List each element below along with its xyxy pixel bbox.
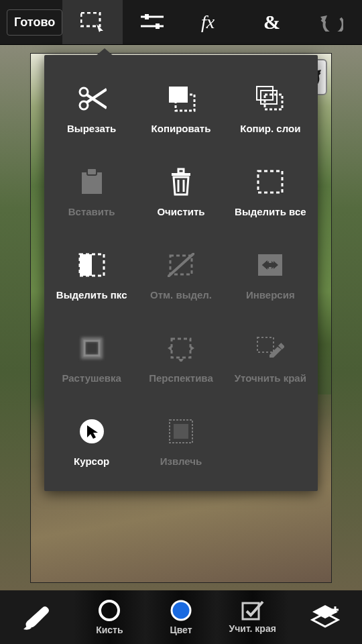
select-px-label: Выделить пкс [56, 289, 127, 301]
inverse-item[interactable]: Инверсия [226, 233, 315, 317]
circle-outline-icon [98, 599, 121, 622]
feather-icon [77, 333, 107, 363]
svg-text:fx: fx [201, 12, 215, 32]
svg-rect-14 [261, 91, 277, 104]
inverse-label: Инверсия [246, 289, 295, 301]
refine-edge-label: Уточнить край [235, 372, 306, 384]
clear-item[interactable]: Очистить [136, 150, 225, 233]
feather-label: Растушевка [62, 372, 121, 384]
undo-icon [320, 13, 343, 32]
edges-setting-label: Учит. края [229, 623, 276, 634]
svg-rect-31 [84, 341, 99, 356]
fx-icon: fx [201, 12, 224, 32]
svg-rect-40 [174, 424, 188, 439]
select-all-item[interactable]: Выделить все [226, 150, 315, 233]
svg-marker-33 [178, 359, 184, 362]
layers-icon [310, 604, 341, 631]
menu-grid: Вырезать Копировать Копир. слои [44, 55, 318, 491]
edges-setting-button[interactable]: Учит. края [217, 590, 288, 644]
select-px-item[interactable]: Выделить пкс [47, 233, 136, 317]
svg-marker-35 [190, 345, 194, 351]
cut-label: Вырезать [67, 123, 116, 134]
feather-item[interactable]: Растушевка [47, 317, 136, 400]
brush-tool-button[interactable] [0, 590, 74, 644]
layers-button[interactable] [288, 590, 362, 644]
cursor-label: Курсор [74, 455, 109, 467]
paste-label: Вставить [68, 206, 115, 217]
select-px-icon [77, 250, 107, 280]
perspective-item[interactable]: Перспектива [136, 317, 225, 400]
copy-icon [166, 84, 196, 113]
svg-rect-30 [83, 339, 101, 357]
svg-rect-23 [80, 254, 92, 276]
brush-icon [22, 604, 52, 631]
clipboard-icon [77, 167, 107, 197]
scissors-icon [77, 84, 107, 113]
color-circle-icon [170, 599, 192, 622]
svg-rect-17 [87, 168, 97, 175]
marquee-edit-icon [80, 12, 105, 32]
empty-slot [226, 400, 315, 483]
ampersand-icon: & [262, 12, 282, 32]
svg-marker-44 [312, 605, 338, 619]
selection-dropdown: Вырезать Копировать Копир. слои [44, 55, 318, 491]
brush-setting-label: Кисть [96, 625, 123, 635]
cursor-item[interactable]: Курсор [47, 400, 136, 483]
svg-rect-32 [172, 339, 190, 358]
svg-point-41 [100, 601, 119, 620]
bottom-toolbar: Кисть Цвет Учит. края [0, 590, 362, 644]
fx-tab[interactable]: fx [182, 0, 242, 44]
copy-layers-label: Копир. слои [240, 123, 300, 134]
svg-marker-34 [168, 345, 172, 351]
cursor-circle-icon [77, 417, 107, 446]
extract-label: Извлечь [160, 455, 202, 467]
svg-rect-36 [257, 337, 274, 352]
refine-edge-item[interactable]: Уточнить край [226, 317, 315, 400]
svg-rect-4 [156, 23, 160, 29]
svg-text:&: & [263, 12, 280, 32]
svg-rect-22 [258, 171, 282, 193]
ampersand-tab[interactable]: & [242, 0, 302, 44]
top-toolbar: Готово fx & [0, 0, 362, 45]
cut-item[interactable]: Вырезать [47, 67, 136, 150]
svg-point-42 [172, 601, 190, 620]
color-setting-label: Цвет [170, 625, 192, 635]
inverse-icon [255, 250, 285, 280]
brush-setting-button[interactable]: Кисть [74, 590, 145, 644]
trash-icon [166, 167, 196, 197]
clear-label: Очистить [157, 206, 204, 217]
paste-item[interactable]: Вставить [47, 150, 136, 233]
done-button[interactable]: Готово [7, 9, 62, 36]
svg-rect-0 [81, 13, 100, 26]
copy-item[interactable]: Копировать [136, 67, 225, 150]
refine-edge-icon [255, 333, 285, 363]
copy-layers-item[interactable]: Копир. слои [226, 67, 315, 150]
selection-tools-tab[interactable] [62, 0, 122, 44]
adjustments-tab[interactable] [123, 0, 182, 44]
select-all-label: Выделить все [235, 206, 306, 217]
deselect-label: Отм. выдел. [150, 289, 212, 301]
extract-icon [166, 417, 196, 446]
perspective-icon [166, 333, 196, 363]
copy-layers-icon [255, 84, 285, 113]
sliders-icon [141, 13, 164, 32]
checkbox-icon [241, 600, 264, 621]
top-toolbar-icons: fx & [62, 0, 362, 44]
deselect-icon [166, 250, 196, 280]
color-setting-button[interactable]: Цвет [145, 590, 217, 644]
svg-rect-19 [178, 169, 184, 173]
copy-label: Копировать [152, 123, 211, 134]
undo-button[interactable] [302, 0, 362, 44]
dropdown-arrow [95, 48, 114, 56]
deselect-item[interactable]: Отм. выдел. [136, 233, 225, 317]
select-all-icon [255, 167, 285, 197]
perspective-label: Перспектива [149, 372, 213, 384]
extract-item[interactable]: Извлечь [136, 400, 225, 483]
svg-rect-2 [145, 14, 149, 19]
